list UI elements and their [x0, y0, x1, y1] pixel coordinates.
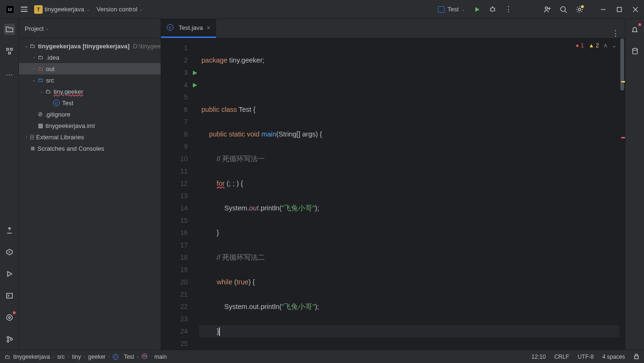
- inspection-widget[interactable]: ● 1 ▲ 2 ʌ ⌄: [576, 42, 617, 49]
- database-tool-button[interactable]: [629, 45, 641, 57]
- ide-logo: IJ: [6, 5, 14, 14]
- indent-setting[interactable]: 4 spaces: [602, 354, 625, 360]
- project-name: tinygeekerjava: [45, 6, 84, 13]
- minimize-button[interactable]: [600, 7, 606, 12]
- warning-marker[interactable]: [621, 81, 625, 82]
- problems-tool-button[interactable]: [4, 312, 15, 323]
- svg-line-4: [490, 10, 491, 11]
- maximize-button[interactable]: [617, 7, 622, 12]
- chevron-down-icon: ⌄: [45, 26, 49, 31]
- svg-point-22: [7, 336, 9, 338]
- vcs-tool-button[interactable]: [4, 334, 15, 345]
- tree-scratches[interactable]: ≣Scratches and Consoles: [19, 143, 161, 154]
- run-line-marker[interactable]: ▶: [193, 82, 197, 88]
- project-view-selector[interactable]: Project ⌄: [25, 25, 49, 32]
- code-with-me-button[interactable]: [544, 6, 551, 13]
- inspection-prev[interactable]: ʌ: [604, 42, 607, 49]
- editor-content[interactable]: package tiny.geeker; public class Test {…: [199, 38, 619, 350]
- readonly-toggle[interactable]: [634, 354, 639, 360]
- run-line-marker[interactable]: ▶: [193, 69, 197, 76]
- terminal-tool-button[interactable]: [4, 290, 15, 301]
- svg-point-6: [545, 7, 548, 9]
- tree-external-libs[interactable]: ›⌸External Libraries: [19, 131, 161, 143]
- inspection-next[interactable]: ⌄: [612, 42, 617, 49]
- cursor-position[interactable]: 12:10: [532, 354, 546, 360]
- run-button[interactable]: [474, 6, 481, 13]
- notification-dot: [638, 23, 641, 26]
- chevron-down-icon: ⌄: [86, 7, 90, 12]
- problems-notification-dot: [13, 311, 16, 314]
- project-badge: T: [34, 5, 43, 14]
- svg-rect-17: [10, 48, 12, 50]
- svg-point-21: [9, 317, 10, 318]
- svg-rect-16: [7, 48, 9, 50]
- line-separator[interactable]: CRLF: [554, 354, 569, 360]
- run-tool-button[interactable]: [4, 268, 15, 280]
- svg-line-5: [494, 10, 495, 11]
- svg-rect-18: [9, 52, 10, 54]
- project-tree[interactable]: ⌄🗀tinygeekerjava [tinygeekerjava] D:\tin…: [19, 38, 161, 350]
- svg-line-10: [565, 11, 567, 13]
- editor-gutter[interactable]: 12 3▶ 4▶ 567 8910 111213 141516 171819 2…: [161, 38, 199, 350]
- svg-point-0: [491, 8, 495, 11]
- search-button[interactable]: [560, 6, 567, 13]
- svg-rect-13: [617, 7, 622, 11]
- more-actions-button[interactable]: ⋮: [505, 5, 512, 14]
- svg-point-9: [561, 7, 565, 11]
- tree-folder-src[interactable]: ⌄🗀src: [19, 74, 161, 86]
- chevron-down-icon: ⌄: [139, 7, 143, 12]
- file-encoding[interactable]: UTF-8: [578, 354, 594, 360]
- main-menu-button[interactable]: [21, 7, 27, 12]
- tree-root[interactable]: ⌄🗀tinygeekerjava [tinygeekerjava] D:\tin…: [19, 40, 161, 52]
- debug-button[interactable]: [489, 6, 496, 13]
- tree-folder-idea[interactable]: ›🗀.idea: [19, 52, 161, 63]
- scrollbar-thumb[interactable]: [620, 38, 624, 91]
- settings-notification-dot: [581, 5, 584, 8]
- svg-point-23: [7, 340, 9, 342]
- tree-file-gitignore[interactable]: ⊘.gitignore: [19, 109, 161, 120]
- build-tool-button[interactable]: [4, 225, 15, 236]
- svg-line-2: [490, 8, 491, 9]
- notifications-button[interactable]: [629, 24, 641, 35]
- svg-point-11: [579, 8, 581, 10]
- tree-folder-out[interactable]: ›🗀out: [19, 63, 161, 74]
- services-tool-button[interactable]: [4, 246, 15, 258]
- run-configuration-selector[interactable]: Test ⌄: [438, 6, 465, 13]
- error-indicator[interactable]: ● 1: [576, 42, 584, 49]
- tab-close-button[interactable]: ×: [207, 24, 210, 31]
- svg-line-3: [494, 8, 495, 9]
- svg-point-24: [10, 338, 12, 340]
- more-tool-button[interactable]: …: [4, 67, 15, 79]
- svg-point-20: [7, 315, 12, 320]
- svg-point-25: [633, 48, 637, 50]
- tree-package[interactable]: ⌄🗀tiny.geeker: [19, 86, 161, 97]
- settings-button[interactable]: [576, 6, 583, 13]
- close-button[interactable]: [633, 7, 638, 12]
- structure-tool-button[interactable]: [4, 45, 15, 57]
- tree-class-test[interactable]: CTest: [19, 97, 161, 109]
- svg-rect-26: [635, 356, 638, 359]
- breadcrumb[interactable]: 🗀tinygeekerjava› src› tiny› geeker› CTes…: [5, 353, 167, 361]
- vcs-menu[interactable]: Version control ⌄: [97, 6, 143, 13]
- editor-tab-test[interactable]: C Test.java ×: [161, 19, 216, 38]
- project-selector[interactable]: T tinygeekerjava ⌄: [34, 5, 90, 14]
- warning-indicator[interactable]: ▲ 2: [589, 42, 599, 49]
- tree-file-iml[interactable]: ▦tinygeekerjava.iml: [19, 120, 161, 131]
- run-config-icon: [438, 6, 444, 13]
- chevron-down-icon: ⌄: [462, 7, 465, 12]
- class-icon: C: [167, 24, 173, 31]
- tab-options-button[interactable]: ⋮: [612, 29, 619, 38]
- class-icon: C: [53, 100, 60, 106]
- error-marker[interactable]: [621, 137, 625, 138]
- editor-scrollbar[interactable]: [619, 38, 625, 350]
- text-cursor: [219, 327, 220, 336]
- project-tool-button[interactable]: [4, 24, 15, 35]
